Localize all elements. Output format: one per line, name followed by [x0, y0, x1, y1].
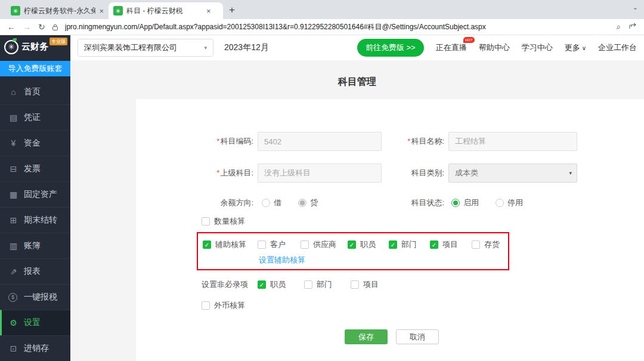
tax-icon: $	[8, 293, 18, 302]
help-center-link[interactable]: 帮助中心	[479, 42, 510, 53]
checkbox-checked-icon: ✓	[348, 240, 356, 249]
back-icon[interactable]: ←	[7, 22, 16, 32]
checkbox-label: 职员	[360, 239, 376, 250]
name-input[interactable]: 工程结算	[448, 132, 577, 151]
radio-enabled[interactable]: 启用	[451, 198, 479, 208]
checkbox-optional-department[interactable]: 部门	[304, 279, 332, 290]
checkbox-quantity-accounting[interactable]: 数量核算	[202, 216, 245, 227]
checkbox-label: 数量核算	[214, 216, 245, 227]
checkbox-icon	[472, 240, 480, 249]
learning-center-link[interactable]: 学习中心	[522, 42, 553, 53]
checkbox-label: 项目	[442, 239, 458, 250]
checkbox-employee[interactable]: ✓ 职员	[348, 239, 376, 250]
checkbox-icon	[351, 280, 359, 289]
checkbox-foreign-currency[interactable]: 外币核算	[202, 300, 245, 311]
company-select[interactable]: 深圳宾果装饰工程有限公司 ▾	[78, 39, 213, 57]
checkbox-icon	[258, 240, 266, 249]
radio-selected-disabled-icon	[298, 199, 306, 207]
sidebar-item-home[interactable]: ⌂ 首页	[0, 79, 70, 104]
radio-icon	[496, 199, 504, 207]
checkbox-label: 部门	[401, 239, 417, 250]
zoom-page-icon[interactable]: ⌕	[617, 22, 621, 32]
sidebar-item-tax[interactable]: $ 一键报税	[0, 284, 70, 310]
subject-form-panel: *科目编码: 5402 *科目名称: 工程结算 *上级科目: 没有上级科目 科目…	[136, 99, 644, 361]
forward-icon[interactable]: →	[23, 22, 31, 32]
goto-free-version-button[interactable]: 前往免费版 >>	[357, 39, 424, 57]
checkbox-optional-project[interactable]: 项目	[351, 279, 379, 290]
category-select[interactable]: 成本类 ▾	[448, 163, 577, 183]
sidebar-item-label: 发票	[24, 163, 41, 174]
tab-search-chevron-icon[interactable]: ⌄	[633, 4, 638, 11]
radio-debit[interactable]: 借	[262, 198, 281, 208]
radio-disabled[interactable]: 停用	[496, 198, 523, 208]
sidebar-item-ledger[interactable]: ▥ 账簿	[0, 233, 70, 258]
sidebar-item-period-end[interactable]: ⊞ 期末结转	[0, 207, 70, 233]
period-end-icon: ⊞	[8, 215, 18, 225]
site-favicon-icon: ✳	[11, 6, 20, 16]
category-label: 科目类别:	[327, 168, 444, 178]
invoice-icon: ⊟	[8, 164, 18, 174]
ledger-icon: ▥	[8, 241, 18, 251]
optional-fields-label: 设置非必录项	[202, 279, 248, 290]
parent-label: *上级科目:	[136, 168, 253, 178]
radio-label: 停用	[507, 198, 523, 208]
more-menu[interactable]: 更多 ∨	[565, 42, 586, 53]
set-auxiliary-accounting-link[interactable]: 设置辅助核算	[259, 255, 305, 266]
checkbox-auxiliary-accounting[interactable]: ✓ 辅助核算	[203, 239, 246, 250]
browser-tab-inactive[interactable]: ✳ 柠檬云财务软件-永久免费的专业 ×	[6, 2, 109, 19]
sidebar-item-label: 账簿	[24, 240, 41, 251]
reload-icon[interactable]: ↻	[38, 22, 45, 32]
status-label: 科目状态:	[327, 198, 444, 208]
checkbox-checked-icon: ✓	[258, 280, 266, 289]
sidebar-item-inventory[interactable]: ⊡ 进销存	[0, 335, 70, 361]
checkbox-department[interactable]: ✓ 部门	[389, 239, 417, 250]
radio-label: 贷	[310, 198, 318, 208]
new-tab-button[interactable]: +	[229, 4, 235, 16]
enterprise-workbench-link[interactable]: 企业工作台	[598, 42, 637, 53]
checkbox-checked-icon: ✓	[430, 240, 438, 249]
sidebar-item-invoice[interactable]: ⊟ 发票	[0, 156, 70, 181]
checkbox-checked-icon: ✓	[389, 240, 397, 249]
browser-tab-active[interactable]: ✳ 科目 - 柠檬云财税 ×	[109, 2, 223, 19]
sidebar-item-label: 资金	[24, 138, 41, 149]
name-label: *科目名称:	[327, 136, 444, 147]
cancel-button[interactable]: 取消	[396, 329, 439, 344]
checkbox-label: 辅助核算	[215, 239, 246, 250]
checkbox-inventory-goods[interactable]: 存货	[472, 239, 500, 250]
checkbox-project[interactable]: ✓ 项目	[430, 239, 458, 250]
live-label: 正在直播	[436, 43, 467, 52]
site-favicon-icon: ✳	[113, 6, 123, 16]
sidebar-menu: ⌂ 首页 ▤ 凭证 ¥ 资金 ⊟ 发票 ▦ 固定资产	[0, 76, 70, 361]
url-text[interactable]: jpro.ningmengyun.com/App/Default.aspx?ap…	[65, 22, 609, 32]
hot-badge: HOT	[463, 37, 475, 43]
app-name: 云财务	[21, 41, 48, 53]
home-icon: ⌂	[8, 87, 18, 97]
pro-edition-badge: 专业版	[49, 38, 67, 45]
checkbox-icon	[301, 240, 309, 249]
share-icon[interactable]	[629, 22, 637, 32]
sidebar-item-label: 凭证	[24, 112, 41, 123]
checkbox-icon	[202, 217, 210, 226]
sidebar-item-settings[interactable]: ⚙ 设置	[0, 310, 70, 335]
tab-close-icon[interactable]: ×	[206, 7, 211, 16]
accounting-period[interactable]: 2023年12月	[224, 42, 269, 53]
sidebar-item-report[interactable]: ⇗ 报表	[0, 258, 70, 284]
checkbox-customer[interactable]: 客户	[258, 239, 286, 250]
sidebar-item-fixed-assets[interactable]: ▦ 固定资产	[0, 181, 70, 207]
sidebar-item-funds[interactable]: ¥ 资金	[0, 130, 70, 156]
checkbox-optional-employee[interactable]: ✓ 职员	[258, 279, 286, 290]
save-button[interactable]: 保存	[345, 329, 388, 344]
import-free-account-button[interactable]: 导入免费版账套	[0, 61, 70, 76]
sidebar-item-voucher[interactable]: ▤ 凭证	[0, 104, 70, 130]
tab-close-icon[interactable]: ×	[99, 7, 104, 16]
checkbox-label: 供应商	[313, 239, 336, 250]
checkbox-label: 职员	[270, 279, 286, 290]
ssl-lock-icon[interactable]	[52, 24, 58, 30]
sidebar: ✳ 云财务 专业版 导入免费版账套 ⌂ 首页 ▤ 凭证 ¥ 资金	[0, 35, 70, 361]
checkbox-supplier[interactable]: 供应商	[301, 239, 336, 250]
radio-credit[interactable]: 贷	[298, 198, 318, 208]
app-logo: ✳ 云财务 专业版	[0, 35, 70, 59]
sidebar-item-label: 进销存	[24, 343, 49, 354]
tab-title: 柠檬云财务软件-永久免费的专业	[24, 6, 95, 16]
live-link[interactable]: 正在直播 HOT	[436, 42, 467, 53]
